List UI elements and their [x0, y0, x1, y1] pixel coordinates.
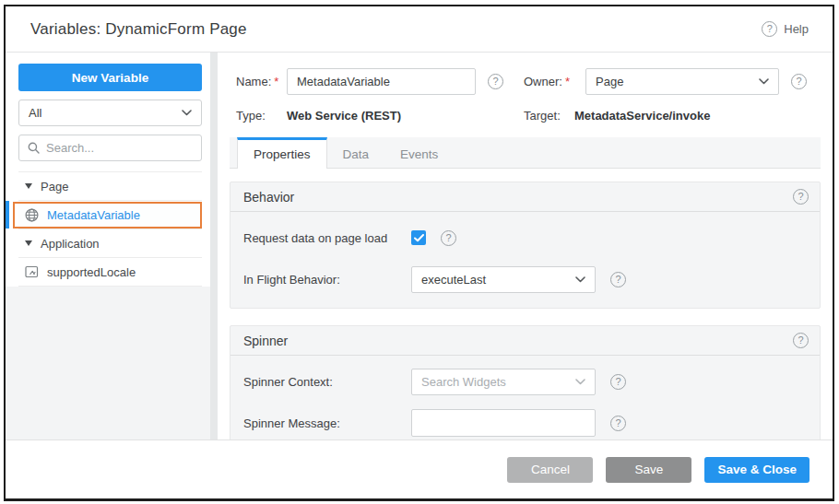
chevron-down-icon	[575, 379, 585, 385]
inflight-behavior-value: executeLast	[421, 273, 486, 287]
help-button[interactable]: ? Help	[762, 21, 809, 37]
sidebar-empty-area	[6, 287, 210, 440]
behavior-section-header: Behavior ?	[230, 182, 820, 212]
inflight-behavior-row: In Flight Behavior: executeLast ?	[243, 265, 807, 293]
tree-group-label: Page	[41, 180, 68, 193]
search-icon	[28, 142, 40, 154]
type-label: Type:	[236, 109, 287, 123]
request-data-checkbox[interactable]	[411, 230, 426, 245]
tree-group-label: Application	[41, 237, 100, 251]
variable-meta-form: Name:* ? Owner:* Page ?	[236, 68, 819, 123]
tree-item-metadatavariable[interactable]: MetadataVariable	[18, 201, 202, 229]
name-help-icon[interactable]: ?	[488, 74, 503, 89]
variable-filter-value: All	[29, 106, 182, 120]
panel-divider	[210, 53, 218, 440]
owner-select-value: Page	[596, 75, 623, 88]
behavior-help-icon[interactable]: ?	[793, 189, 809, 205]
inflight-behavior-help-icon[interactable]: ?	[610, 272, 626, 287]
variable-filter-select[interactable]: All	[18, 100, 202, 126]
tab-data[interactable]: Data	[327, 137, 385, 168]
request-data-row: Request data on page load ?	[243, 224, 807, 252]
target-value: MetadataService/invoke	[574, 109, 710, 123]
spinner-context-help-icon[interactable]: ?	[610, 374, 626, 390]
dialog-title: Variables: DynamicForm Page	[30, 20, 247, 39]
spinner-message-help-icon[interactable]: ?	[610, 416, 626, 431]
screenshot-stage: Variables: DynamicForm Page ? Help New V…	[0, 0, 839, 504]
spinner-help-icon[interactable]: ?	[793, 333, 809, 348]
spinner-section: Spinner ? Spinner Context: Search Widget…	[230, 325, 821, 440]
tree-item-supportedlocale[interactable]: supportedLocale	[18, 258, 202, 287]
spinner-message-row: Spinner Message: ?	[243, 409, 807, 437]
spinner-section-title: Spinner	[243, 334, 288, 348]
behavior-section-body: Request data on page load ? In Flight Be…	[230, 212, 820, 308]
type-row: Type: Web Service (REST)	[236, 109, 524, 123]
spinner-context-row: Spinner Context: Search Widgets ?	[243, 368, 807, 395]
tab-properties[interactable]: Properties	[237, 137, 327, 169]
owner-select[interactable]: Page	[585, 68, 779, 95]
owner-help-icon[interactable]: ?	[791, 74, 807, 89]
name-input[interactable]	[287, 68, 476, 95]
variables-dialog: Variables: DynamicForm Page ? Help New V…	[4, 5, 834, 501]
owner-field-row: Owner:* Page ?	[524, 68, 819, 95]
collapse-triangle-icon	[25, 240, 32, 246]
variable-editor-panel: Name:* ? Owner:* Page ?	[218, 53, 833, 440]
search-input[interactable]	[46, 141, 193, 155]
chevron-down-icon	[759, 78, 769, 85]
target-label: Target:	[524, 109, 574, 123]
spinner-message-label: Spinner Message:	[243, 416, 411, 430]
behavior-section: Behavior ? Request data on page load ?	[230, 182, 821, 309]
spinner-context-label: Spinner Context:	[243, 375, 411, 389]
new-variable-button[interactable]: New Variable	[18, 64, 202, 91]
dialog-header: Variables: DynamicForm Page ? Help	[6, 6, 833, 53]
target-row: Target: MetadataService/invoke	[524, 109, 819, 123]
cancel-button[interactable]: Cancel	[507, 457, 593, 483]
globe-icon	[25, 208, 39, 222]
help-question-icon: ?	[762, 21, 777, 37]
required-marker: *	[565, 75, 570, 88]
inflight-behavior-select[interactable]: executeLast	[411, 266, 596, 293]
save-close-button[interactable]: Save & Close	[704, 457, 809, 483]
tree-item-label: supportedLocale	[47, 265, 136, 279]
spinner-section-body: Spinner Context: Search Widgets ? Spinne…	[230, 356, 820, 440]
tree-item-label: MetadataVariable	[47, 208, 140, 222]
request-data-label: Request data on page load	[243, 231, 411, 245]
editor-tabstrip: Properties Data Events	[230, 137, 821, 169]
name-field-row: Name:* ?	[236, 68, 524, 95]
behavior-section-title: Behavior	[243, 190, 294, 205]
save-button[interactable]: Save	[606, 457, 691, 483]
tree-group-application[interactable]: Application	[18, 229, 202, 258]
type-value: Web Service (REST)	[287, 109, 401, 123]
locale-icon	[25, 265, 39, 278]
tree-group-page[interactable]: Page	[18, 172, 202, 201]
chevron-down-icon	[575, 276, 585, 283]
chevron-down-icon	[182, 110, 192, 116]
variables-tree: Page MetadataVariable Application	[18, 171, 202, 287]
tab-events[interactable]: Events	[384, 137, 454, 168]
collapse-triangle-icon	[25, 183, 32, 189]
dialog-body: New Variable All Page	[6, 53, 833, 440]
request-data-help-icon[interactable]: ?	[441, 230, 456, 246]
name-label: Name:*	[236, 75, 278, 88]
selected-indicator-bar	[6, 201, 9, 229]
inflight-behavior-label: In Flight Behavior:	[243, 273, 411, 287]
spinner-message-input[interactable]	[411, 409, 596, 437]
spinner-context-select[interactable]: Search Widgets	[411, 369, 596, 395]
spinner-section-header: Spinner ?	[230, 326, 820, 356]
spinner-context-placeholder: Search Widgets	[421, 375, 506, 389]
sidebar-search	[18, 135, 202, 161]
required-marker: *	[274, 75, 278, 88]
owner-label: Owner:*	[524, 75, 574, 88]
help-label: Help	[784, 22, 809, 36]
variables-sidebar: New Variable All Page	[6, 53, 210, 440]
dialog-footer: Cancel Save Save & Close	[6, 440, 833, 498]
